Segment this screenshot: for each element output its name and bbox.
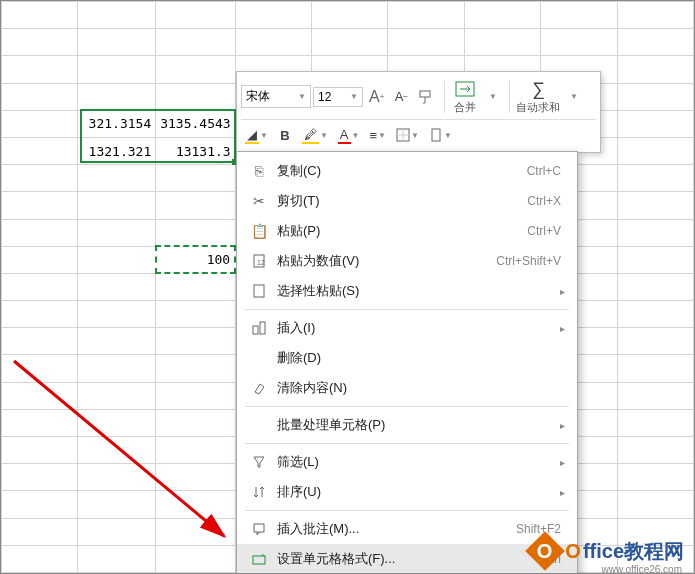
submenu-arrow-icon: ▸ [560,487,567,498]
chevron-down-icon: ▼ [350,92,358,101]
menu-sort[interactable]: 排序(U) ▸ [237,477,577,507]
merge-label: 合并 [454,100,476,115]
menu-clear[interactable]: 清除内容(N) [237,373,577,403]
format-painter-icon[interactable] [414,86,438,108]
filter-icon [247,455,271,469]
context-menu: ⎘ 复制(C) Ctrl+C ✂ 剪切(T) Ctrl+X 📋 粘贴(P) Ct… [236,151,578,574]
align-button[interactable]: ≡▼ [365,124,390,146]
menu-paste-special[interactable]: 选择性粘贴(S) ▸ [237,276,577,306]
autosum-label: 自动求和 [516,100,560,115]
mini-toolbar: 宋体 ▼ 12 ▼ A+ A− 合并 ▼ ∑ 自动求和 ▼ ◢▼ B [236,71,601,153]
decrease-font-button[interactable]: A− [390,86,412,108]
menu-copy[interactable]: ⎘ 复制(C) Ctrl+C [237,156,577,186]
autosum-button[interactable]: ∑ [527,78,549,100]
svg-rect-6 [254,285,264,297]
watermark-badge-icon: O [526,531,566,571]
paste-icon: 📋 [247,223,271,239]
cell[interactable]: 13131.3 [156,137,235,164]
svg-rect-9 [254,524,264,532]
watermark: O Office教程网 [531,537,684,565]
chevron-down-icon: ▼ [298,92,306,101]
format-cells-icon [247,552,271,566]
submenu-arrow-icon: ▸ [560,286,567,297]
font-name-value: 宋体 [246,88,270,105]
cell[interactable]: 321.3154 [78,110,156,137]
paste-values-icon: 12 [247,254,271,268]
borders-button[interactable]: ▼ [392,124,423,146]
font-name-select[interactable]: 宋体 ▼ [241,85,311,108]
sort-icon [247,485,271,499]
paste-special-icon [247,284,271,298]
submenu-arrow-icon: ▸ [560,420,567,431]
menu-batch[interactable]: 批量处理单元格(P) ▸ [237,410,577,440]
menu-paste-values[interactable]: 12 粘贴为数值(V) Ctrl+Shift+V [237,246,577,276]
cell[interactable]: 3135.4543 [156,110,235,137]
fill-color-button[interactable]: ◢▼ [241,124,272,146]
menu-filter[interactable]: 筛选(L) ▸ [237,447,577,477]
cell[interactable]: 1321.321 [78,137,156,164]
format-button[interactable]: ▼ [425,124,456,146]
submenu-arrow-icon: ▸ [560,457,567,468]
svg-text:12: 12 [257,259,265,266]
merge-cells-button[interactable] [451,78,479,100]
svg-rect-10 [253,556,265,564]
menu-delete[interactable]: 删除(D) [237,343,577,373]
merge-dropdown[interactable]: ▼ [481,86,503,108]
autosum-dropdown[interactable]: ▼ [562,86,584,108]
dashed-cell[interactable]: 100 [156,246,235,273]
copy-icon: ⎘ [247,163,271,179]
svg-rect-8 [260,322,265,334]
increase-font-button[interactable]: A+ [365,86,388,108]
menu-comment[interactable]: 插入批注(M)... Shift+F2 [237,514,577,544]
menu-paste[interactable]: 📋 粘贴(P) Ctrl+V [237,216,577,246]
menu-cut[interactable]: ✂ 剪切(T) Ctrl+X [237,186,577,216]
svg-rect-3 [432,129,440,141]
comment-icon [247,522,271,536]
clear-icon [247,381,271,395]
watermark-url: www.office26.com [602,564,682,574]
svg-rect-0 [420,91,430,97]
font-size-select[interactable]: 12 ▼ [313,87,363,107]
cut-icon: ✂ [247,193,271,209]
fill-color2-button[interactable]: 🖉▼ [298,124,332,146]
svg-rect-7 [253,326,258,334]
submenu-arrow-icon: ▸ [560,323,567,334]
insert-icon [247,321,271,335]
font-size-value: 12 [318,90,331,104]
menu-insert[interactable]: 插入(I) ▸ [237,313,577,343]
font-color-button[interactable]: A▼ [334,124,364,146]
bold-button[interactable]: B [274,124,296,146]
